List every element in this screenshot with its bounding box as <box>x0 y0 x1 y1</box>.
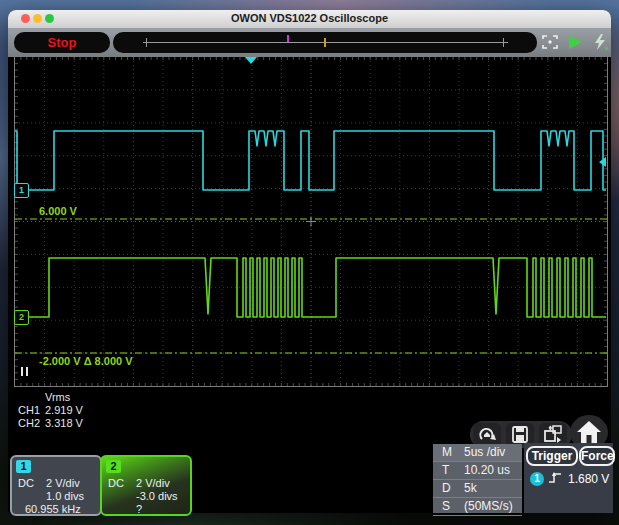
measurement-ch-label: CH1 <box>18 404 45 416</box>
window-title: OWON VDS1022 Oscilloscope <box>8 12 611 24</box>
horizontal-position-slider[interactable] <box>113 32 537 53</box>
timebase-value: 5k <box>464 480 477 497</box>
slider-marker-magenta[interactable] <box>287 35 289 42</box>
measurement-header: Vrms <box>45 391 83 404</box>
measurement-value: 3.318 V <box>45 417 83 429</box>
timebase-panel[interactable]: M 5us /div T 10.20 us D 5k S (50MS/s) <box>433 444 522 513</box>
waveform-canvas <box>15 57 607 386</box>
slider-marker-trigger[interactable] <box>324 38 326 47</box>
timebase-key: D <box>442 480 451 497</box>
measurement-ch-label: CH2 <box>18 417 45 429</box>
ch2-coupling: DC <box>108 477 124 489</box>
timebase-row-depth: D 5k <box>433 480 522 498</box>
force-button[interactable]: Force <box>579 446 615 466</box>
timebase-value: (50MS/s) <box>464 498 513 515</box>
pause-icon <box>21 367 31 376</box>
timebase-value: 5us /div <box>464 444 505 461</box>
measurement-value: 2.919 V <box>45 404 83 416</box>
voltage-cursor1-label: 6.000 V <box>39 205 77 217</box>
run-stop-button[interactable]: Stop <box>14 32 110 53</box>
ch1-panel[interactable]: 1 DC 2 V/div 1.0 divs 60.955 kHz <box>10 455 102 516</box>
slider-left-tick <box>146 38 147 47</box>
timebase-key: M <box>442 444 452 461</box>
trigger-panel[interactable]: Trigger Force 1 1.680 V <box>524 443 613 513</box>
trigger-button[interactable]: Trigger <box>526 446 578 466</box>
title-bar: OWON VDS1022 Oscilloscope <box>8 10 611 28</box>
timebase-row-samplerate: S (50MS/s) <box>433 498 522 516</box>
trigger-source-badge[interactable]: 1 <box>530 472 544 486</box>
ch1-zero-marker[interactable]: 1 <box>14 183 29 198</box>
ch1-badge: 1 <box>16 460 31 473</box>
play-icon[interactable] <box>565 32 585 52</box>
ch2-panel[interactable]: 2 DC 2 V/div -3.0 divs ? <box>100 455 192 516</box>
app-window: OWON VDS1022 Oscilloscope Stop <box>8 10 611 513</box>
rising-edge-icon[interactable] <box>548 471 564 489</box>
scope-display[interactable]: 1 2 6.000 V -2.000 V Δ 8.000 V <box>14 56 608 387</box>
measurement-row: CH12.919 V <box>18 404 83 417</box>
timebase-value: 10.20 us <box>464 462 510 479</box>
toolbar: Stop <box>8 28 611 57</box>
ch1-frequency: 60.955 kHz <box>25 503 81 514</box>
ch2-zero-marker[interactable]: 2 <box>14 310 29 325</box>
voltage-cursor2-label: -2.000 V Δ 8.000 V <box>39 355 133 367</box>
timebase-key: T <box>442 462 449 479</box>
ch2-scale: 2 V/div <box>136 477 170 489</box>
ch2-position: -3.0 divs <box>136 490 178 502</box>
restore-default-icon[interactable] <box>473 423 501 446</box>
trigger-level-value: 1.680 V <box>568 472 609 486</box>
ch1-position: 1.0 divs <box>46 490 84 502</box>
timebase-row-trigdelay: T 10.20 us <box>433 462 522 480</box>
trigger-position-marker-icon[interactable] <box>245 57 257 64</box>
ch2-badge: 2 <box>106 460 121 473</box>
timebase-key: S <box>442 498 450 515</box>
measurement-row: CH23.318 V <box>18 417 83 430</box>
ch1-scale: 2 V/div <box>46 477 80 489</box>
autoset-icon[interactable] <box>540 32 560 52</box>
measurements-block: Vrms CH12.919 V CH23.318 V <box>18 391 83 430</box>
ch2-frequency: ? <box>136 503 142 514</box>
trigger-level-marker-icon[interactable] <box>599 157 606 167</box>
lightning-bolt-icon[interactable] <box>590 32 610 52</box>
timebase-row-main: M 5us /div <box>433 444 522 462</box>
ch1-coupling: DC <box>18 477 34 489</box>
slider-right-tick <box>503 38 504 47</box>
